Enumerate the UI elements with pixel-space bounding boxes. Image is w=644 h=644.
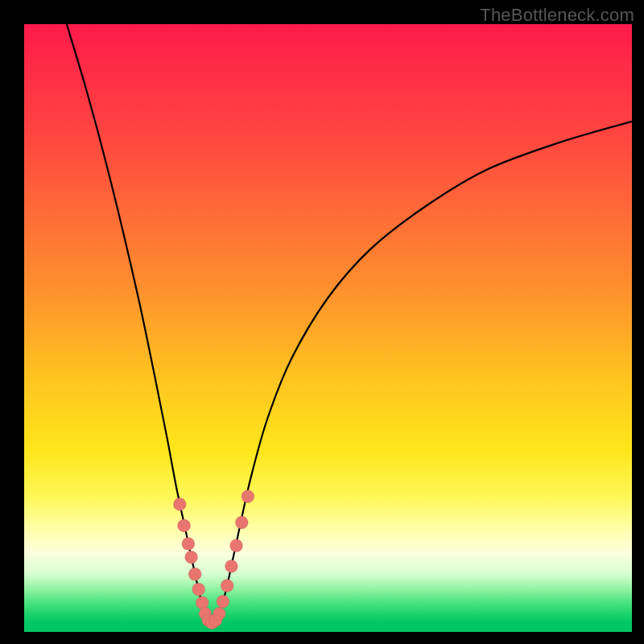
watermark-text: TheBottleneck.com [480, 5, 634, 26]
highlight-dot [221, 580, 233, 592]
highlight-dot [182, 538, 195, 551]
highlight-dot [225, 559, 237, 572]
gradient-rect [24, 24, 632, 632]
outer-frame: TheBottleneck.com [0, 0, 644, 644]
highlight-dot [185, 551, 198, 564]
highlight-dot [242, 490, 254, 503]
highlight-dot [213, 607, 225, 620]
highlight-dot [188, 568, 201, 580]
chart-svg [24, 24, 632, 632]
highlight-dot [178, 519, 191, 532]
highlight-dot [192, 583, 205, 596]
highlight-dot [235, 516, 248, 529]
highlight-dot [173, 497, 186, 510]
plot-area [24, 24, 632, 632]
highlight-dot [217, 595, 229, 608]
highlight-dot [229, 539, 242, 552]
